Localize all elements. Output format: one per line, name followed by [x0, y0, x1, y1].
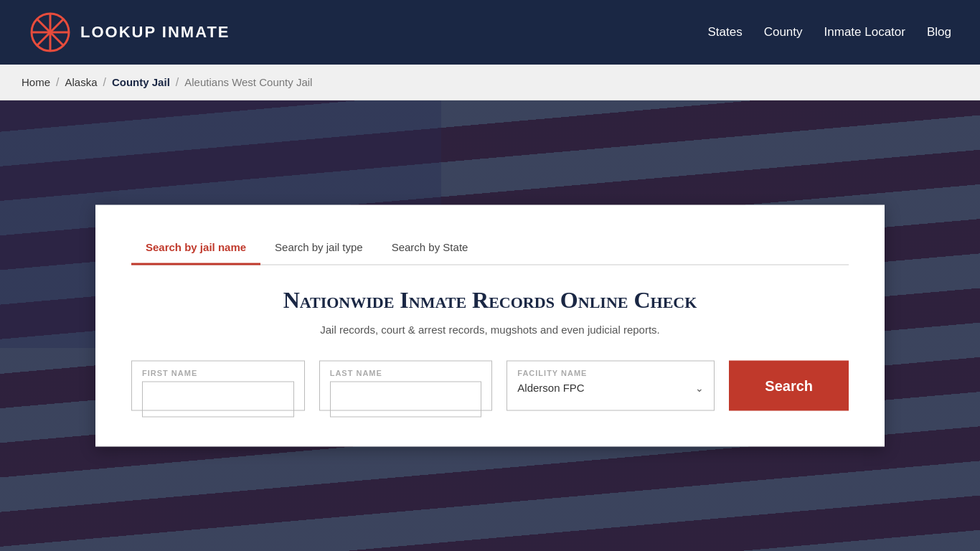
nav-states[interactable]: States [707, 25, 742, 39]
first-name-field: FIRST NAME [131, 361, 305, 411]
last-name-wrapper[interactable]: LAST NAME [319, 361, 493, 411]
search-card: Search by jail name Search by jail type … [95, 205, 885, 447]
logo-icon [29, 11, 72, 54]
card-title: Nationwide Inmate Records Online Check [131, 287, 849, 314]
first-name-label: FIRST NAME [142, 369, 294, 377]
breadcrumb-sep-3: / [176, 76, 179, 89]
tab-state[interactable]: Search by State [377, 234, 483, 265]
logo-text: LOOKUP INMATE [80, 23, 230, 42]
breadcrumb-county-jail[interactable]: County Jail [112, 76, 170, 88]
header: LOOKUP INMATE States County Inmate Locat… [0, 0, 980, 65]
last-name-field: LAST NAME [319, 361, 493, 411]
search-form: FIRST NAME LAST NAME FACILITY NAME Alder… [131, 361, 849, 411]
facility-wrapper[interactable]: FACILITY NAME Alderson FPC ⌄ [507, 361, 715, 411]
breadcrumb-current-page: Aleutians West County Jail [184, 76, 312, 88]
first-name-input[interactable] [142, 382, 294, 418]
tab-jail-type[interactable]: Search by jail type [260, 234, 377, 265]
nav-blog[interactable]: Blog [927, 25, 951, 39]
facility-select-row[interactable]: Alderson FPC ⌄ [517, 382, 704, 394]
tab-jail-name[interactable]: Search by jail name [131, 234, 260, 265]
logo-area: LOOKUP INMATE [29, 11, 230, 54]
last-name-input[interactable] [330, 382, 482, 418]
facility-field: FACILITY NAME Alderson FPC ⌄ [507, 361, 715, 411]
chevron-down-icon: ⌄ [695, 382, 704, 393]
card-subtitle: Jail records, court & arrest records, mu… [131, 324, 849, 336]
breadcrumb-sep-1: / [56, 76, 59, 89]
search-button[interactable]: Search [729, 361, 849, 411]
main-nav: States County Inmate Locator Blog [707, 25, 951, 39]
breadcrumb-sep-2: / [103, 76, 106, 89]
breadcrumb-alaska[interactable]: Alaska [65, 76, 97, 88]
search-tabs: Search by jail name Search by jail type … [131, 234, 849, 265]
nav-inmate-locator[interactable]: Inmate Locator [824, 25, 905, 39]
nav-county[interactable]: County [764, 25, 803, 39]
last-name-label: LAST NAME [330, 369, 482, 377]
facility-value: Alderson FPC [517, 382, 584, 394]
facility-label: FACILITY NAME [517, 369, 704, 377]
hero-section: Search by jail name Search by jail type … [0, 100, 980, 551]
breadcrumb-home[interactable]: Home [22, 76, 50, 88]
breadcrumb: Home / Alaska / County Jail / Aleutians … [0, 65, 980, 100]
first-name-wrapper[interactable]: FIRST NAME [131, 361, 305, 411]
